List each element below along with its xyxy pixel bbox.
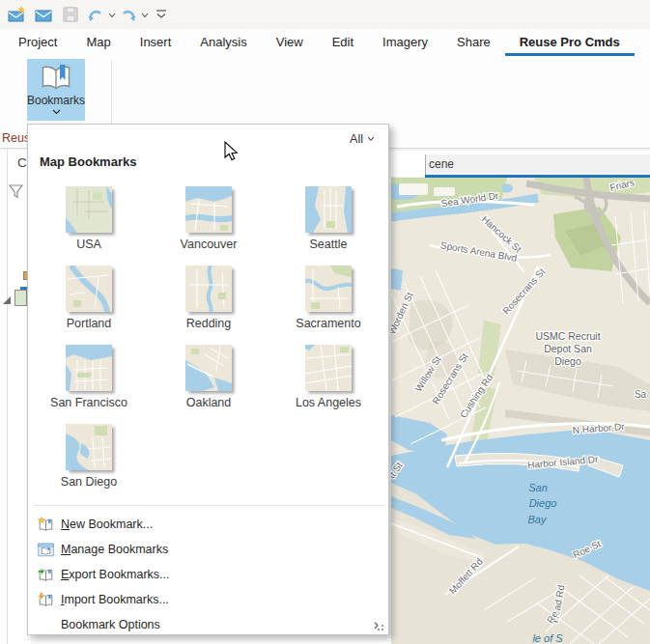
toc-layer-icon[interactable]: [14, 290, 27, 306]
menu-item-label: Bookmark Options: [61, 618, 160, 631]
tab-view[interactable]: View: [262, 29, 318, 56]
bookmark-label: Seattle: [310, 238, 348, 251]
tab-edit[interactable]: Edit: [318, 29, 368, 56]
bookmark-thumbnail-seattle: [305, 186, 352, 233]
bookmarks-button-label: Bookmarks: [27, 94, 85, 107]
bookmark-label: San Diego: [61, 475, 117, 489]
tab-share[interactable]: Share: [442, 29, 505, 56]
menu-item-label: Import Bookmarks...: [61, 593, 169, 606]
customize-toolbar-icon[interactable]: [155, 6, 168, 23]
menu-item-bookmark-options[interactable]: Bookmark Options ›: [28, 612, 390, 637]
menu-resize-grip[interactable]: [376, 623, 383, 630]
export-bookmarks-icon: [38, 567, 54, 583]
mouse-cursor: [224, 141, 240, 162]
bookmark-gallery: USA Vancouver: [29, 184, 388, 501]
tab-imagery[interactable]: Imagery: [368, 29, 442, 56]
map-canvas[interactable]: Sea World Dr Friars Hancock St Sports Ar…: [391, 178, 650, 644]
bookmark-label: Oakland: [186, 396, 232, 409]
menu-item-label: Manage Bookmarks: [61, 543, 168, 556]
tab-analysis[interactable]: Analysis: [185, 29, 261, 56]
bookmark-thumbnail-san-diego: [66, 424, 112, 470]
tab-scene[interactable]: cene: [425, 154, 650, 175]
menu-item-label: New Bookmark...: [61, 518, 153, 531]
bookmark-thumbnail-los-angeles: [305, 345, 352, 391]
ribbon-group-label: Reus: [2, 131, 30, 145]
tab-map[interactable]: Map: [71, 29, 125, 56]
filter-chevron-down-icon: [367, 136, 375, 142]
bookmark-thumbnail-usa: [66, 186, 112, 233]
bookmark-item-los-angeles[interactable]: Los Angeles: [268, 343, 388, 422]
tab-reuse-pro-cmds[interactable]: Reuse Pro Cmds: [505, 29, 635, 56]
map-label-sa-partial: Sa: [635, 389, 647, 400]
bookmark-item-redding[interactable]: Redding: [149, 264, 268, 343]
spacer: [38, 617, 54, 633]
bookmark-item-vancouver[interactable]: Vancouver: [149, 184, 268, 264]
menu-item-import-bookmarks[interactable]: Import Bookmarks...: [28, 587, 390, 612]
bookmark-label: Vancouver: [181, 238, 238, 251]
tab-insert[interactable]: Insert: [126, 29, 186, 56]
arcgis-pro-window: Project Map Insert Analysis View Edit Im…: [0, 0, 650, 644]
menu-item-export-bookmarks[interactable]: Export Bookmarks...: [28, 562, 390, 587]
bookmark-thumbnail-redding: [185, 266, 232, 312]
bookmark-thumbnail-vancouver: [185, 186, 232, 233]
bookmark-label: Portland: [67, 317, 112, 330]
filter-funnel-icon[interactable]: [9, 184, 23, 199]
tab-project[interactable]: Project: [4, 29, 71, 56]
bookmark-label: USA: [76, 238, 101, 251]
bookmark-item-usa[interactable]: USA: [29, 184, 149, 264]
open-project-icon[interactable]: [35, 6, 52, 23]
bookmark-label: Los Angeles: [296, 396, 361, 409]
map-label-usmc-1: USMC Recruit: [535, 330, 600, 342]
bookmark-item-seattle[interactable]: Seattle: [268, 184, 388, 264]
bookmarks-dropdown-chevron-icon: [52, 109, 61, 115]
toc-expand-triangle-icon[interactable]: [3, 296, 11, 304]
new-project-icon[interactable]: [8, 6, 25, 23]
ribbon-tab-bar: Project Map Insert Analysis View Edit Im…: [0, 29, 650, 56]
map-label-bottom-partial: le of S: [532, 632, 563, 644]
bookmark-label: Redding: [186, 317, 232, 330]
bookmark-label: Sacramento: [296, 317, 360, 330]
map-label-usmc-3: Diego: [554, 355, 581, 367]
bookmark-thumbnail-sacramento: [305, 266, 352, 312]
manage-bookmarks-icon: [38, 542, 54, 558]
bookmark-thumbnail-portland: [66, 266, 112, 312]
bookmark-item-san-diego[interactable]: San Diego: [29, 422, 149, 501]
pane-border: [7, 150, 8, 644]
menu-separator: [34, 505, 384, 506]
map-label-bay-1: San: [528, 482, 548, 493]
menu-item-new-bookmark[interactable]: New Bookmark...: [28, 512, 390, 537]
undo-icon[interactable]: [87, 6, 104, 23]
bookmarks-button[interactable]: Bookmarks: [27, 59, 85, 121]
map-label-bay-2: Diego: [529, 497, 557, 509]
bookmark-item-san-francisco[interactable]: San Francisco: [29, 343, 149, 422]
redo-icon[interactable]: [120, 6, 137, 23]
bookmark-filter-dropdown[interactable]: All: [350, 132, 375, 146]
bookmark-item-sacramento[interactable]: Sacramento: [268, 264, 388, 343]
map-bookmarks-section-title: Map Bookmarks: [40, 154, 136, 169]
bookmark-item-oakland[interactable]: Oakland: [149, 343, 268, 422]
import-bookmarks-icon: [38, 592, 54, 608]
view-tab-strip: cene: [391, 151, 650, 177]
quick-access-toolbar: [0, 0, 650, 29]
new-bookmark-icon: [38, 517, 54, 533]
bookmarks-icon: [40, 64, 72, 93]
menu-item-label: Export Bookmarks...: [61, 568, 170, 581]
undo-dropdown-chevron-icon[interactable]: [108, 13, 116, 18]
map-label-usmc-2: Depot San: [544, 343, 592, 354]
save-icon: [62, 6, 79, 23]
bookmark-thumbnail-san-francisco: [66, 345, 112, 391]
redo-dropdown-chevron-icon[interactable]: [141, 13, 149, 18]
map-label-bay-3: Bay: [528, 514, 548, 525]
bookmark-label: San Francisco: [50, 396, 127, 409]
bookmark-item-portland[interactable]: Portland: [29, 264, 149, 343]
bookmarks-dropdown-menu: All Map Bookmarks USA: [27, 124, 389, 635]
bookmark-filter-label: All: [350, 132, 363, 146]
menu-item-manage-bookmarks[interactable]: Manage Bookmarks: [28, 537, 390, 562]
bookmark-thumbnail-oakland: [185, 345, 232, 391]
